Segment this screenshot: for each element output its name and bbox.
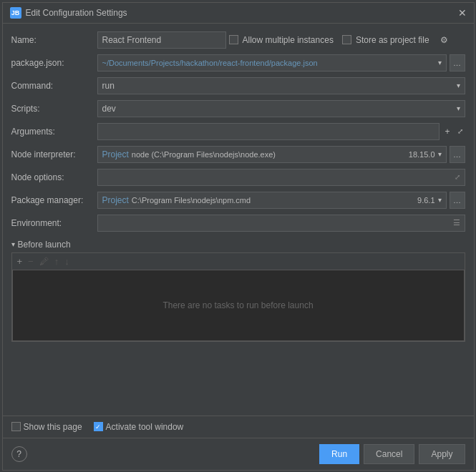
node-options-label: Node options:	[11, 172, 97, 182]
activate-window-label: Activate tool window	[106, 422, 184, 432]
command-row: Command: run ▾	[11, 77, 465, 95]
before-launch-section: ▾ Before launch + − 🖉 ↑ ↓ There are no t…	[11, 240, 465, 342]
dialog-title: Edit Configuration Settings	[26, 8, 127, 18]
package-json-browse-button[interactable]: …	[450, 54, 465, 72]
activate-window-item[interactable]: Activate tool window	[94, 422, 184, 432]
scripts-control: dev ▾	[97, 100, 465, 117]
titlebar: JB Edit Configuration Settings ✕	[3, 3, 474, 24]
show-page-checkbox[interactable]	[11, 422, 21, 431]
before-launch-up-button[interactable]: ↑	[52, 255, 62, 267]
environment-control: ☰	[97, 215, 465, 232]
dialog: JB Edit Configuration Settings ✕ Name: A…	[2, 2, 475, 471]
scripts-select[interactable]: dev ▾	[97, 100, 465, 117]
command-control: run ▾	[97, 77, 465, 94]
node-options-row: Node options: ⤢	[11, 168, 465, 187]
node-interpreter-display[interactable]: Project node (C:\Program Files\nodejs\no…	[97, 146, 447, 163]
node-interpreter-chevron: ▾	[438, 150, 442, 158]
environment-icon: ☰	[453, 218, 460, 227]
scripts-chevron: ▾	[457, 104, 460, 112]
node-interpreter-label: Node interpreter:	[11, 149, 97, 159]
apply-button[interactable]: Apply	[419, 444, 465, 464]
show-page-label: Show this page	[24, 422, 82, 432]
node-interpreter-path: node (C:\Program Files\nodejs\node.exe)	[132, 150, 409, 159]
titlebar-left: JB Edit Configuration Settings	[10, 7, 127, 19]
node-interpreter-version: 18.15.0	[409, 150, 435, 159]
package-manager-control: Project C:\Program Files\nodejs\npm.cmd …	[97, 192, 465, 209]
before-launch-content: There are no tasks to run before launch	[12, 270, 465, 341]
show-page-item[interactable]: Show this page	[11, 422, 82, 432]
name-input[interactable]	[97, 31, 226, 49]
package-manager-version: 9.6.1	[417, 196, 434, 205]
action-buttons: Run Cancel Apply	[319, 444, 465, 464]
collapse-icon: ▾	[11, 240, 15, 248]
node-project-prefix: Project	[102, 149, 129, 159]
environment-label: Environment:	[11, 218, 97, 228]
package-manager-prefix: Project	[102, 195, 129, 205]
node-options-input[interactable]: ⤢	[97, 169, 465, 186]
arguments-label: Arguments:	[11, 127, 97, 137]
close-button[interactable]: ✕	[458, 8, 467, 18]
node-interpreter-browse-button[interactable]: …	[450, 146, 465, 163]
before-launch-header[interactable]: ▾ Before launch	[11, 240, 465, 250]
footer-buttons: ? Run Cancel Apply	[3, 438, 474, 470]
package-json-label: package.json:	[11, 58, 97, 68]
package-json-path-text: ~/Documents/Projects/hackathon/react-fro…	[102, 59, 318, 67]
before-launch-edit-button[interactable]: 🖉	[37, 255, 51, 267]
arguments-add-icon[interactable]: +	[442, 125, 452, 138]
content-area: Name: Allow multiple instances Store as …	[3, 24, 474, 416]
help-button[interactable]: ?	[11, 446, 27, 462]
before-launch-empty-text: There are no tasks to run before launch	[162, 300, 313, 310]
command-value: run	[102, 81, 115, 91]
environment-row: Environment: ☰	[11, 214, 465, 232]
before-launch-area: + − 🖉 ↑ ↓ There are no tasks to run befo…	[11, 252, 465, 342]
node-options-control: ⤢	[97, 169, 465, 186]
name-label: Name:	[11, 35, 97, 45]
activate-window-checkbox[interactable]	[94, 422, 103, 431]
store-project-label[interactable]: Store as project file	[342, 35, 429, 45]
node-interpreter-control: Project node (C:\Program Files\nodejs\no…	[97, 146, 465, 163]
arguments-input[interactable]	[97, 123, 440, 140]
environment-input[interactable]: ☰	[97, 215, 465, 232]
package-json-path-display[interactable]: ~/Documents/Projects/hackathon/react-fro…	[97, 54, 447, 72]
before-launch-label: Before launch	[18, 240, 71, 250]
before-launch-remove-button[interactable]: −	[26, 255, 36, 267]
package-manager-path: C:\Program Files\nodejs\npm.cmd	[132, 196, 417, 205]
arguments-expand-icon[interactable]: ⤢	[455, 126, 465, 137]
package-manager-display[interactable]: Project C:\Program Files\nodejs\npm.cmd …	[97, 192, 447, 209]
node-interpreter-row: Node interpreter: Project node (C:\Progr…	[11, 145, 465, 164]
before-launch-down-button[interactable]: ↓	[62, 255, 72, 267]
package-manager-chevron: ▾	[438, 196, 442, 204]
package-json-chevron: ▾	[438, 59, 442, 67]
package-manager-label: Package manager:	[11, 195, 97, 205]
scripts-label: Scripts:	[11, 104, 97, 114]
command-select[interactable]: run ▾	[97, 77, 465, 94]
package-json-control: ~/Documents/Projects/hackathon/react-fro…	[97, 54, 465, 72]
arguments-control: + ⤢	[97, 123, 465, 140]
store-project-checkbox[interactable]	[342, 35, 351, 44]
name-control: Allow multiple instances Store as projec…	[97, 31, 465, 49]
settings-icon[interactable]: ⚙	[438, 34, 450, 46]
scripts-value: dev	[102, 104, 116, 114]
name-row: Name: Allow multiple instances Store as …	[11, 31, 465, 49]
arguments-row: Arguments: + ⤢	[11, 122, 465, 141]
scripts-row: Scripts: dev ▾	[11, 99, 465, 118]
footer-checkboxes: Show this page Activate tool window	[3, 416, 474, 438]
command-chevron: ▾	[457, 82, 460, 89]
package-manager-browse-button[interactable]: …	[450, 192, 465, 209]
node-options-expand-icon: ⤢	[455, 173, 460, 181]
allow-multiple-label[interactable]: Allow multiple instances	[229, 35, 334, 45]
package-json-row: package.json: ~/Documents/Projects/hacka…	[11, 54, 465, 72]
run-button[interactable]: Run	[319, 444, 359, 464]
before-launch-add-button[interactable]: +	[15, 255, 25, 267]
package-manager-row: Package manager: Project C:\Program File…	[11, 191, 465, 210]
command-label: Command:	[11, 81, 97, 91]
cancel-button[interactable]: Cancel	[364, 444, 414, 464]
before-launch-toolbar: + − 🖉 ↑ ↓	[12, 253, 465, 270]
app-icon: JB	[10, 7, 21, 19]
allow-multiple-checkbox[interactable]	[229, 35, 238, 44]
